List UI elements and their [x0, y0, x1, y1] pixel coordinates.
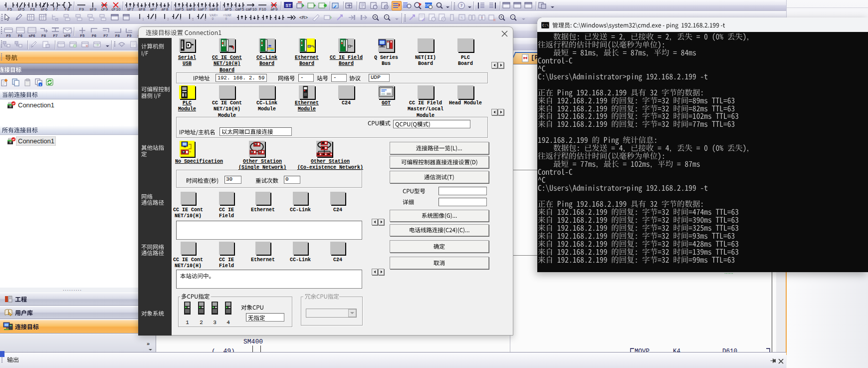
svg-text:2: 2 — [155, 17, 156, 20]
svg-text:1: 1 — [142, 17, 144, 20]
svg-text:i: i — [40, 83, 41, 86]
svg-text:6: 6 — [205, 17, 206, 20]
svg-text:ST: ST — [285, 3, 291, 8]
svg-text:5: 5 — [192, 17, 194, 20]
svg-text:3: 3 — [167, 17, 169, 20]
svg-text:?: ? — [460, 3, 463, 8]
svg-text:IL: IL — [460, 16, 463, 19]
svg-text:C:\: C:\ — [542, 23, 549, 27]
svg-text:4: 4 — [180, 17, 181, 20]
